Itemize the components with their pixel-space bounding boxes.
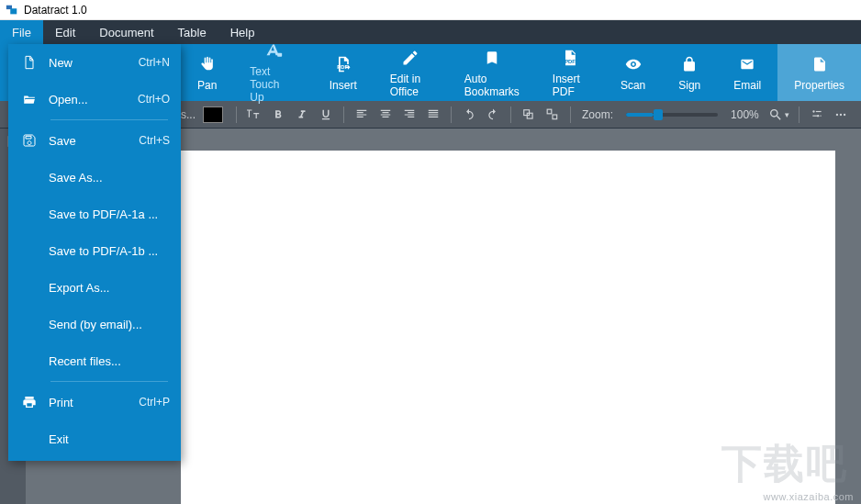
file-print[interactable]: Print Ctrl+P [8, 384, 181, 420]
redo-button[interactable] [483, 105, 503, 125]
menu-help[interactable]: Help [218, 20, 267, 44]
ribbon-label: Insert [330, 79, 357, 92]
menu-shortcut: Ctrl+S [139, 134, 170, 147]
separator [343, 106, 344, 123]
menubar: File Edit Document Table Help [0, 20, 861, 44]
svg-rect-13 [820, 115, 821, 116]
file-save-pdfa1b[interactable]: Save to PDF/A-1b ... [8, 232, 181, 269]
zoom-track [626, 113, 654, 117]
truncated-text: s... [181, 108, 196, 121]
zoom-thumb[interactable] [654, 109, 663, 120]
svg-point-9 [812, 110, 814, 112]
font-size-button[interactable] [244, 105, 264, 125]
file-open[interactable]: Open... Ctrl+O [8, 81, 181, 118]
app-icon [6, 4, 18, 17]
more-button[interactable] [831, 105, 851, 125]
folder-open-icon [19, 93, 39, 106]
print-icon [19, 395, 39, 409]
color-picker[interactable] [203, 106, 223, 123]
ribbon-text-touchup[interactable]: Text Touch Up [233, 44, 312, 101]
menu-separator [50, 119, 168, 120]
menu-shortcut: Ctrl+P [139, 396, 170, 409]
app-title: Datatract 1.0 [24, 4, 87, 17]
new-file-icon [19, 54, 39, 71]
file-save-as[interactable]: Save As... [8, 159, 181, 196]
align-center-button[interactable] [375, 105, 396, 125]
svg-rect-2 [277, 52, 282, 56]
undo-button[interactable] [459, 105, 479, 125]
align-left-button[interactable] [352, 105, 372, 125]
menu-shortcut: Ctrl+N [139, 56, 170, 69]
file-menu-dropdown: New Ctrl+N Open... Ctrl+O Save Ctrl+S Sa… [8, 44, 181, 461]
menu-label: Exit [19, 432, 170, 446]
ribbon-insert[interactable]: PDF Insert [313, 44, 374, 101]
ribbon-label: Pan [197, 79, 217, 92]
file-send-email[interactable]: Send (by email)... [8, 306, 181, 342]
file-export-as[interactable]: Export As... [8, 269, 181, 306]
svg-rect-1 [10, 8, 17, 14]
file-recent[interactable]: Recent files... [8, 342, 181, 379]
menu-table[interactable]: Table [166, 20, 218, 44]
ribbon-label: Scan [621, 79, 645, 92]
ribbon-label: Auto Bookmarks [464, 73, 520, 98]
align-right-button[interactable] [399, 105, 419, 125]
svg-point-11 [817, 115, 819, 117]
menu-document[interactable]: Document [87, 20, 165, 44]
watermark-url: www.xiazaiba.com [764, 491, 854, 502]
ribbon-insert-pdf[interactable]: PDF Insert PDF [536, 44, 604, 101]
menu-label: Save to PDF/A-1a ... [19, 207, 170, 221]
ribbon-email[interactable]: Email [717, 44, 777, 101]
zoom-value: 100% [731, 108, 759, 121]
bold-button[interactable] [268, 105, 288, 125]
file-exit[interactable]: Exit [8, 420, 181, 457]
underline-button[interactable] [316, 105, 336, 125]
text-touchup-icon [263, 42, 284, 61]
ribbon-label: Insert PDF [553, 73, 587, 98]
edit-office-icon [401, 48, 419, 68]
menu-label: Send (by email)... [19, 318, 170, 331]
file-new[interactable]: New Ctrl+N [8, 44, 181, 81]
ribbon-scan[interactable]: Scan [604, 44, 662, 101]
ungroup-button[interactable] [542, 105, 563, 125]
ribbon-label: Email [733, 79, 761, 92]
separator [570, 106, 571, 123]
save-icon [19, 133, 39, 148]
ribbon-properties[interactable]: Properties [777, 44, 861, 101]
ribbon-pan[interactable]: Pan [181, 44, 233, 101]
menu-label: Export As... [19, 281, 170, 295]
group-button[interactable] [519, 105, 539, 125]
align-justify-button[interactable] [423, 105, 443, 125]
separator [510, 106, 511, 123]
menu-edit[interactable]: Edit [43, 20, 87, 44]
file-save[interactable]: Save Ctrl+S [8, 122, 181, 159]
file-save-pdfa1a[interactable]: Save to PDF/A-1a ... [8, 196, 181, 232]
svg-point-14 [835, 113, 837, 115]
email-icon [738, 54, 756, 74]
ribbon-edit-office[interactable]: Edit in Office [374, 44, 448, 101]
pdf-insert-icon: PDF [333, 54, 353, 74]
ribbon-label: Properties [794, 79, 844, 92]
svg-rect-10 [816, 110, 822, 111]
zoom-slider[interactable] [626, 113, 718, 117]
svg-rect-8 [553, 115, 557, 119]
ribbon-label: Sign [678, 79, 700, 92]
ribbon-auto-bookmarks[interactable]: Auto Bookmarks [448, 44, 536, 101]
menu-label: New [39, 56, 139, 70]
menu-label: Recent files... [19, 354, 170, 368]
zoom-search-button[interactable]: ▾ [766, 105, 791, 125]
ribbon-label: Text Touch Up [250, 65, 296, 104]
svg-rect-7 [547, 109, 552, 114]
italic-button[interactable] [292, 105, 312, 125]
menu-label: Save to PDF/A-1b ... [19, 244, 170, 258]
separator [451, 106, 452, 123]
menu-label: Open... [39, 93, 138, 106]
svg-rect-12 [812, 115, 817, 116]
settings-button[interactable] [807, 105, 827, 125]
bookmark-icon [484, 48, 500, 68]
hand-icon [198, 54, 217, 74]
ribbon-sign[interactable]: Sign [662, 44, 717, 101]
zoom-label: Zoom: [582, 108, 613, 121]
menu-file[interactable]: File [0, 20, 43, 44]
separator [236, 106, 237, 123]
menu-label: Print [39, 396, 139, 409]
